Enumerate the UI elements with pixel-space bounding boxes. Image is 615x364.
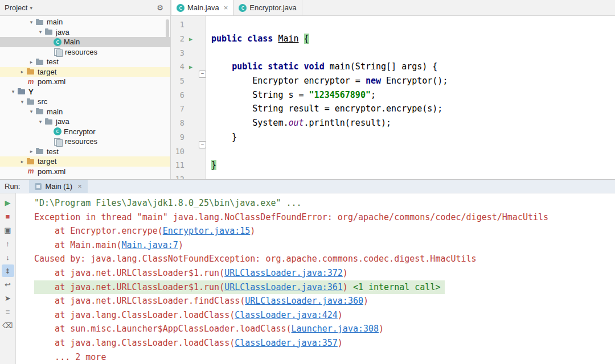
code-text[interactable]: } — [206, 160, 216, 170]
stacktrace-link[interactable]: URLClassLoader.java:372 — [224, 268, 343, 278]
line-number: 11 — [171, 160, 184, 169]
chevron-down-icon[interactable]: ▾ — [18, 99, 26, 105]
editor-tab-bar: cMain.java×cEncryptor.java — [171, 0, 615, 15]
stacktrace-link[interactable]: ClassLoader.java:357 — [235, 338, 338, 348]
tree-item-src[interactable]: ▾src — [0, 97, 170, 107]
stacktrace-link[interactable]: ClassLoader.java:424 — [235, 310, 338, 320]
stacktrace-link[interactable]: URLClassLoader.java:361 — [224, 282, 343, 292]
project-view-selector[interactable]: Project ▾ — [5, 3, 32, 12]
console-text: at java.net.URLClassLoader$1.run( — [34, 282, 224, 292]
chevron-down-icon[interactable]: ▾ — [9, 89, 17, 94]
close-icon[interactable]: × — [224, 3, 228, 12]
console-text: ) — [250, 226, 255, 236]
tab-encryptor-java[interactable]: cEncryptor.java — [233, 0, 302, 15]
tree-item-test[interactable]: ▸test — [0, 57, 170, 67]
code-editor[interactable]: 12▶public class Main {34▶ public static … — [171, 16, 615, 179]
tree-item-y[interactable]: ▾Y — [0, 87, 170, 97]
print-icon[interactable]: ≡ — [2, 305, 14, 318]
editor-line: 12 — [171, 172, 615, 179]
console-line: at Main.main(Main.java:7) — [34, 238, 188, 253]
ide-window: Project ▾ ⇅⚙─ cMain.java×cEncryptor.java… — [0, 0, 615, 364]
code-text[interactable]: Encryptor encryptor = new Encryptor(); — [206, 76, 448, 86]
run-tab-label: Main (1) — [45, 182, 72, 191]
console-text: Caused by: java.lang.ClassNotFoundExcept… — [34, 254, 477, 264]
scroll-to-end-icon[interactable]: ⇟ — [2, 264, 14, 277]
tree-item-pom-xml[interactable]: mpom.xml — [0, 77, 170, 87]
tree-item-label: java — [56, 117, 69, 126]
console-text: ) — [363, 296, 368, 306]
run-line-icon[interactable]: ▶ — [184, 64, 197, 70]
console-line: "D:\Program Files\Java\jdk1.8.0_25\bin\j… — [34, 196, 306, 210]
screenshot-icon[interactable]: ▣ — [2, 224, 14, 236]
soft-wrap-icon[interactable]: ↩ — [2, 278, 14, 291]
project-scrollbar[interactable] — [166, 19, 169, 38]
tab-main-java[interactable]: cMain.java× — [171, 0, 233, 15]
tree-item-test[interactable]: ▸test — [0, 147, 170, 157]
rerun-icon[interactable]: ▶ — [2, 196, 14, 209]
console-line: at Encryptor.encrype(Encryptor.java:15) — [34, 224, 260, 238]
class-icon: c — [54, 127, 62, 135]
run-tab-main[interactable]: Main (1) × — [29, 180, 87, 193]
pin-icon[interactable]: ➤ — [2, 292, 14, 304]
down-stack-icon[interactable]: ↓ — [2, 251, 14, 263]
editor-line: 6 String s = "1234567890"; — [171, 88, 615, 102]
editor-line: 9 } — [171, 130, 615, 144]
line-number: 1 — [171, 20, 184, 29]
tree-item-main[interactable]: cMain — [0, 37, 170, 47]
stacktrace-link[interactable]: URLClassLoader.java:360 — [245, 296, 363, 306]
stop-icon[interactable]: ■ — [2, 210, 14, 222]
tree-item-target[interactable]: ▸target — [0, 156, 170, 167]
maven-icon: m — [26, 78, 35, 86]
line-number: 4 — [171, 62, 184, 71]
tree-item-label: src — [38, 97, 47, 106]
code-text[interactable]: public static void main(String[] args) { — [206, 61, 437, 72]
chevron-down-icon[interactable]: ▾ — [27, 109, 35, 114]
chevron-down-icon[interactable]: ▾ — [36, 119, 44, 125]
folder-excluded-icon — [26, 158, 35, 166]
console-text: ) — [343, 268, 348, 278]
editor-line: 2▶public class Main { — [171, 32, 615, 46]
tree-item-label: Main — [64, 38, 80, 46]
chevron-down-icon[interactable]: ▾ — [36, 29, 44, 35]
folder-excluded-icon — [26, 68, 35, 76]
tree-item-label: Encryptor — [64, 127, 96, 136]
chevron-down-icon[interactable]: ▾ — [27, 19, 35, 25]
clear-all-icon[interactable]: ⌫ — [2, 319, 14, 332]
stacktrace-link[interactable]: Encryptor.java:15 — [163, 226, 251, 236]
console-text: <1 internal call> — [353, 282, 441, 292]
tree-item-resources[interactable]: resources — [0, 47, 170, 57]
console-line: ... 2 more — [34, 350, 110, 364]
tree-item-pom-xml[interactable]: mpom.xml — [0, 167, 170, 177]
settings-gear-icon[interactable]: ⚙ — [154, 2, 166, 14]
tree-item-label: test — [47, 57, 59, 66]
tree-item-java[interactable]: ▾java — [0, 27, 170, 38]
close-icon[interactable]: × — [77, 182, 82, 191]
code-text[interactable]: public class Main { — [206, 34, 309, 44]
tree-item-main[interactable]: ▾main — [0, 107, 170, 117]
tree-item-encryptor[interactable]: cEncryptor — [0, 127, 170, 137]
code-text[interactable]: String result = encryptor.encrype(s); — [206, 104, 442, 114]
chevron-right-icon[interactable]: ▸ — [18, 159, 26, 164]
line-number: 8 — [171, 118, 184, 127]
tree-item-label: resources — [65, 48, 97, 56]
chevron-right-icon[interactable]: ▸ — [27, 148, 35, 154]
chevron-right-icon[interactable]: ▸ — [18, 69, 26, 75]
stacktrace-link[interactable]: Main.java:7 — [122, 240, 178, 250]
console-text: ) — [178, 240, 183, 250]
chevron-right-icon[interactable]: ▸ — [27, 59, 35, 65]
code-text[interactable]: System.out.println(result); — [206, 118, 391, 128]
stacktrace-link[interactable]: Launcher.java:308 — [292, 324, 379, 334]
run-panel-body: ▶■▣↑↓⇟↩➤≡⌫ "D:\Program Files\Java\jdk1.8… — [0, 193, 615, 364]
editor-line: 3 — [171, 46, 615, 60]
up-stack-icon[interactable]: ↑ — [2, 237, 14, 250]
tree-item-resources[interactable]: resources — [0, 136, 170, 147]
tree-item-label: Y — [28, 88, 34, 96]
tree-item-main[interactable]: ▾main — [0, 17, 170, 27]
tree-item-java[interactable]: ▾java — [0, 117, 170, 127]
code-text[interactable]: } — [206, 132, 237, 142]
run-line-icon[interactable]: ▶ — [184, 36, 197, 42]
code-text[interactable]: String s = "1234567890"; — [206, 90, 376, 100]
class-icon: c — [239, 4, 247, 12]
tree-item-target[interactable]: ▸target — [0, 67, 170, 77]
console-text: at java.net.URLClassLoader$1.run( — [34, 268, 224, 278]
